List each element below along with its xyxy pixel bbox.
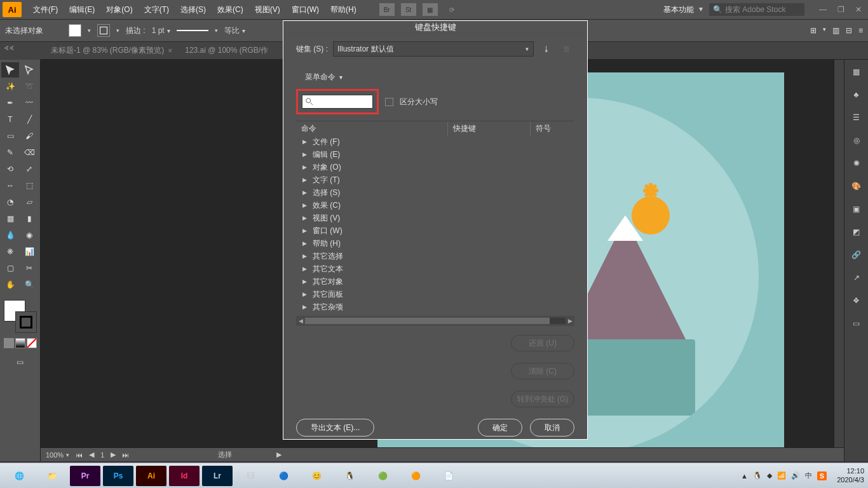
hand-tool[interactable]: ✋ — [1, 277, 19, 292]
match-case-checkbox[interactable] — [385, 98, 393, 106]
chevron-down-icon[interactable]: ▾ — [116, 27, 119, 34]
save-set-icon[interactable]: ⭳ — [539, 41, 554, 57]
symbol-sprayer-tool[interactable]: ❋ — [1, 244, 19, 259]
zoom-tool[interactable]: 🔍 — [20, 277, 38, 292]
menu-type[interactable]: 文字(T) — [139, 2, 174, 18]
scale-mode-dropdown[interactable]: 等比 — [224, 25, 245, 36]
gpu-icon[interactable]: ⟳ — [444, 3, 459, 16]
taskbar-chrome-icon[interactable]: 🟢 — [367, 466, 398, 486]
taskbar-photoshop-icon[interactable]: Ps — [103, 466, 133, 486]
horizontal-scrollbar[interactable]: ▶ — [276, 451, 281, 459]
system-tray[interactable]: ▲ 🐧 ◆ 📶 🔊 中 S 12:10 2020/4/3 — [741, 467, 864, 484]
perspective-tool[interactable]: ▱ — [20, 194, 38, 210]
cancel-button[interactable]: 取消 — [530, 419, 574, 437]
curvature-tool[interactable]: 〰 — [20, 95, 38, 111]
cc-panel-icon[interactable]: ◎ — [850, 133, 864, 147]
scroll-right-icon[interactable]: ▶ — [566, 318, 574, 324]
type-tool[interactable]: T — [1, 112, 19, 127]
category-dropdown[interactable]: 菜单命令 — [305, 72, 342, 83]
align-icon[interactable]: ⊞ — [810, 26, 817, 35]
panel-menu-icon[interactable]: ≡ — [858, 26, 863, 35]
stroke-swatch[interactable] — [97, 24, 110, 37]
window-minimize[interactable]: ― — [816, 4, 830, 15]
tray-volume-icon[interactable]: 🔊 — [791, 471, 800, 480]
command-row[interactable]: ▶其它对象 — [296, 275, 574, 288]
selection-tool[interactable] — [1, 62, 19, 78]
command-row[interactable]: ▶文字 (T) — [296, 173, 574, 186]
graph-tool[interactable]: 📊 — [20, 244, 38, 259]
command-row[interactable]: ▶对象 (O) — [296, 161, 574, 173]
arrange-docs-icon[interactable]: ▦ — [423, 3, 438, 16]
command-row[interactable]: ▶其它选择 — [296, 250, 574, 262]
gradient-tool[interactable]: ▮ — [20, 211, 38, 226]
command-row[interactable]: ▶其它杂项 — [296, 301, 574, 313]
properties-panel-icon[interactable]: ▦ — [850, 65, 864, 79]
prefs-icon[interactable]: ⊟ — [846, 26, 852, 35]
ok-button[interactable]: 确定 — [478, 419, 522, 437]
swatches-panel-icon[interactable]: 🎨 — [850, 179, 864, 193]
taskbar-explorer-icon[interactable]: 📁 — [37, 466, 67, 486]
window-restore[interactable]: ❐ — [834, 4, 848, 15]
tabrow-chevrons-icon[interactable]: ∢∢ — [4, 44, 14, 51]
search-stock-input[interactable]: 🔍 搜索 Adobe Stock — [709, 3, 804, 16]
shape-builder-tool[interactable]: ◔ — [1, 194, 19, 210]
brushes-panel-icon[interactable]: ☰ — [850, 111, 864, 125]
menu-effect[interactable]: 效果(C) — [212, 2, 248, 18]
stroke-style-preview[interactable] — [177, 30, 208, 31]
col-command[interactable]: 命令 — [296, 122, 447, 135]
color-mode-icon[interactable] — [4, 338, 14, 348]
stroke-color-well[interactable] — [15, 311, 37, 333]
symbols-panel-icon[interactable]: ▣ — [850, 202, 864, 216]
taskbar-lightroom-icon[interactable]: Lr — [202, 466, 233, 486]
mesh-tool[interactable]: ▦ — [1, 211, 19, 226]
eyedropper-tool[interactable]: 💧 — [1, 227, 19, 243]
tray-sogou-icon[interactable]: S — [817, 471, 827, 480]
direct-selection-tool[interactable] — [20, 62, 38, 78]
paintbrush-tool[interactable]: 🖌 — [20, 128, 38, 144]
menu-help[interactable]: 帮助(H) — [325, 2, 362, 18]
magic-wand-tool[interactable]: ✨ — [1, 79, 19, 94]
tray-app-icon[interactable]: ◆ — [767, 471, 772, 480]
fill-swatch[interactable] — [69, 24, 81, 37]
nav-first-icon[interactable]: ⏮ — [76, 451, 83, 459]
taskbar-indesign-icon[interactable]: Id — [169, 466, 200, 486]
eraser-tool[interactable]: ⌫ — [20, 145, 38, 160]
taskbar-firefox-icon[interactable]: 🟠 — [400, 466, 431, 486]
command-row[interactable]: ▶视图 (V) — [296, 212, 574, 224]
width-tool[interactable]: ↔ — [1, 178, 19, 193]
taskbar-qq-icon[interactable]: 🐧 — [334, 466, 365, 486]
scale-tool[interactable]: ⤢ — [20, 161, 38, 177]
menu-edit[interactable]: 编辑(E) — [64, 2, 100, 18]
pen-tool[interactable]: ✒ — [1, 95, 19, 111]
close-icon[interactable]: × — [168, 46, 172, 55]
scroll-left-icon[interactable]: ◀ — [296, 318, 305, 324]
shortcut-search-input[interactable] — [302, 95, 373, 109]
fill-stroke-wells[interactable] — [3, 299, 38, 334]
command-row[interactable]: ▶编辑 (E) — [296, 148, 574, 161]
blend-tool[interactable]: ◉ — [20, 227, 38, 243]
stock-icon[interactable]: St — [401, 3, 416, 16]
chevron-down-icon[interactable]: ▾ — [88, 27, 91, 34]
artboard-number[interactable]: 1 — [100, 451, 104, 459]
artboards-panel-icon[interactable]: ▭ — [850, 316, 864, 330]
col-shortcut[interactable]: 快捷键 — [447, 122, 530, 135]
command-row[interactable]: ▶其它面板 — [296, 288, 574, 301]
none-mode-icon[interactable] — [27, 338, 37, 348]
workspace-dropdown[interactable]: 基本功能 — [660, 3, 704, 17]
document-tab-1[interactable]: 未标题-1 @ 83% (RGB/像素预览)× — [44, 43, 179, 58]
chevron-down-icon[interactable]: ▾ — [215, 27, 218, 34]
doc-setup-icon[interactable]: ▥ — [832, 26, 839, 35]
menu-window[interactable]: 窗口(W) — [287, 2, 324, 18]
menu-file[interactable]: 文件(F) — [28, 2, 63, 18]
libraries-panel-icon[interactable]: ♣ — [850, 88, 864, 102]
stroke-panel-icon[interactable]: ◩ — [850, 225, 864, 239]
taskbar-app-2-icon[interactable]: 🔵 — [268, 466, 299, 486]
command-row[interactable]: ▶文件 (F) — [296, 135, 574, 148]
command-row[interactable]: ▶窗口 (W) — [296, 224, 574, 237]
lasso-tool[interactable]: ➰ — [20, 79, 38, 94]
taskbar-notes-icon[interactable]: 📄 — [433, 466, 464, 486]
links-panel-icon[interactable]: 🔗 — [850, 248, 864, 262]
taskbar-app-1-icon[interactable]: 🎞 — [235, 466, 266, 486]
rotate-tool[interactable]: ⟲ — [1, 161, 19, 177]
layers-panel-icon[interactable]: ❖ — [850, 294, 864, 308]
